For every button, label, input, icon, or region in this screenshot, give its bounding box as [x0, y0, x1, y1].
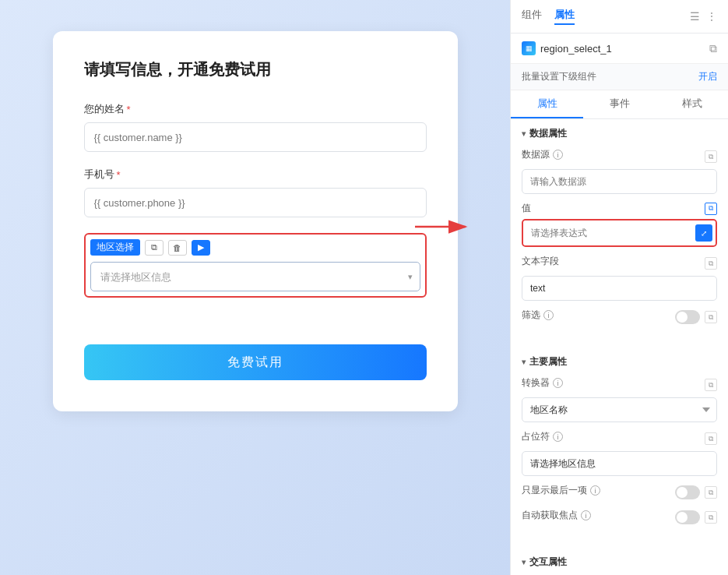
auto-focus-info-icon[interactable]: i: [581, 510, 591, 520]
phone-input[interactable]: [84, 188, 427, 217]
left-panel: 请填写信息，开通免费试用 您的姓名 * 手机号 * 地区选择 ⧉ 🗑: [0, 0, 510, 575]
arrow-svg: [411, 211, 473, 242]
filter-row: 筛选 i ⧉: [522, 309, 717, 326]
converter-label: 转换器 i: [522, 376, 563, 390]
main-section: ▾ 主要属性 转换器 i ⧉ 地区名称 占位符: [511, 347, 728, 541]
collapse-icon: ▾: [522, 129, 526, 138]
right-panel: 组件 属性 ☰ ⋮ ▦ region_select_1 ⧉ 批量设置下级组件 开…: [510, 0, 728, 575]
tab-properties[interactable]: 属性: [554, 8, 575, 25]
placeholder-input[interactable]: [522, 451, 717, 476]
value-ext-icon[interactable]: ⧉: [705, 203, 717, 215]
phone-required-star: *: [117, 169, 121, 181]
auto-focus-label: 自动获取焦点 i: [522, 509, 591, 522]
value-label-highlighted: 值 ⧉: [522, 202, 717, 215]
data-source-row: 数据源 i ⧉: [522, 148, 717, 194]
placeholder-label: 占位符 i: [522, 430, 563, 443]
component-name-text: region_select_1: [540, 43, 612, 55]
region-wrapper: 地区选择 ⧉ 🗑 ▶ 请选择地区信息 ▾: [84, 233, 427, 298]
region-label-tag: 地区选择: [90, 239, 140, 256]
copy-icon: ⧉: [151, 242, 157, 252]
tab-events[interactable]: 事件: [583, 90, 656, 118]
text-field-row: 文本字段 ⧉: [522, 255, 717, 301]
form-card: 请填写信息，开通免费试用 您的姓名 * 手机号 * 地区选择 ⧉ 🗑: [53, 31, 458, 411]
auto-focus-ext-icon[interactable]: ⧉: [705, 511, 717, 524]
arrow-icon: ▶: [198, 242, 204, 252]
delete-button[interactable]: 🗑: [168, 240, 187, 256]
copy-button[interactable]: ⧉: [145, 240, 164, 256]
region-select-wrapper: 请选择地区信息 ▾: [90, 262, 420, 291]
arrow-container: [411, 211, 473, 245]
value-input-wrapper: ⤢: [522, 219, 717, 247]
component-copy-icon[interactable]: ⧉: [709, 42, 717, 55]
form-title: 请填写信息，开通免费试用: [84, 59, 427, 80]
data-source-ext-icon[interactable]: ⧉: [705, 150, 717, 163]
converter-label-row: 转换器 i ⧉: [522, 376, 717, 393]
expand-icon: ⤢: [701, 229, 707, 238]
value-expand-button[interactable]: ⤢: [695, 224, 712, 242]
value-label: 值: [522, 202, 531, 215]
batch-label: 批量设置下级组件: [522, 70, 596, 83]
auto-focus-toggle[interactable]: [675, 510, 700, 524]
text-field-label-row: 文本字段 ⧉: [522, 255, 717, 272]
batch-row: 批量设置下级组件 开启: [511, 64, 728, 90]
placeholder-label-row: 占位符 i ⧉: [522, 430, 717, 447]
tab-attrs[interactable]: 属性: [511, 90, 583, 118]
phone-group: 手机号 *: [84, 168, 427, 217]
show-last-ext-icon[interactable]: ⧉: [705, 486, 717, 499]
component-row: ▦ region_select_1 ⧉: [511, 34, 728, 64]
data-section: ▾ 数据属性 数据源 i ⧉ 值 ⧉: [511, 119, 728, 341]
list-icon: ☰: [690, 10, 700, 23]
value-row: 值 ⧉ ⤢: [522, 202, 717, 247]
tab-components[interactable]: 组件: [522, 8, 542, 25]
filter-label: 筛选 i: [522, 309, 554, 322]
text-field-input[interactable]: [522, 276, 717, 301]
name-label: 您的姓名 *: [84, 102, 427, 116]
submit-button[interactable]: 免费试用: [84, 344, 427, 380]
right-header: 组件 属性 ☰ ⋮: [511, 0, 728, 34]
name-group: 您的姓名 *: [84, 102, 427, 152]
data-source-info-icon[interactable]: i: [553, 150, 563, 160]
auto-focus-row: 自动获取焦点 i ⧉: [522, 509, 717, 526]
region-select[interactable]: 请选择地区信息: [90, 262, 420, 291]
interact-collapse-icon: ▾: [522, 558, 526, 566]
text-field-ext-icon[interactable]: ⧉: [705, 257, 717, 270]
region-toolbar: 地区选择 ⧉ 🗑 ▶: [90, 239, 420, 256]
show-last-label: 只显示最后一项 i: [522, 484, 600, 497]
placeholder-ext-icon[interactable]: ⧉: [705, 432, 717, 445]
name-required-star: *: [127, 104, 131, 115]
menu-icon: ⋮: [706, 10, 717, 23]
prop-tabs: 属性 事件 样式: [511, 90, 728, 119]
header-tabs: 组件 属性: [522, 8, 575, 25]
arrow-button[interactable]: ▶: [192, 240, 210, 256]
data-source-label-row: 数据源 i ⧉: [522, 148, 717, 165]
show-last-row: 只显示最后一项 i ⧉: [522, 484, 717, 501]
placeholder-row: 占位符 i ⧉: [522, 430, 717, 476]
converter-ext-icon[interactable]: ⧉: [705, 379, 717, 391]
component-name-display: ▦ region_select_1: [522, 41, 612, 55]
name-input[interactable]: [84, 122, 427, 152]
data-section-title: ▾ 数据属性: [522, 127, 717, 140]
filter-info-icon[interactable]: i: [543, 310, 554, 320]
tab-styles[interactable]: 样式: [656, 90, 728, 118]
converter-select[interactable]: 地区名称: [522, 397, 717, 422]
filter-ext-icon[interactable]: ⧉: [705, 311, 717, 323]
batch-toggle[interactable]: 开启: [698, 70, 717, 83]
interact-section: ▾ 交互属性 工具提示 i ⧉: [511, 548, 728, 575]
phone-label: 手机号 *: [84, 168, 427, 182]
data-source-input[interactable]: [522, 169, 717, 194]
placeholder-info-icon[interactable]: i: [553, 432, 563, 442]
converter-info-icon[interactable]: i: [553, 378, 563, 388]
component-type-icon: ▦: [522, 41, 536, 55]
filter-toggle[interactable]: [675, 310, 700, 324]
value-input[interactable]: [523, 220, 716, 245]
show-last-toggle[interactable]: [675, 485, 700, 499]
delete-icon: 🗑: [173, 243, 181, 252]
data-source-label: 数据源 i: [522, 148, 563, 161]
header-icons: ☰ ⋮: [690, 10, 717, 23]
main-section-title: ▾ 主要属性: [522, 355, 717, 369]
text-field-label: 文本字段: [522, 255, 559, 268]
converter-row: 转换器 i ⧉ 地区名称: [522, 376, 717, 422]
show-last-info-icon[interactable]: i: [590, 485, 600, 496]
interact-section-title: ▾ 交互属性: [522, 556, 717, 569]
main-collapse-icon: ▾: [522, 358, 526, 366]
